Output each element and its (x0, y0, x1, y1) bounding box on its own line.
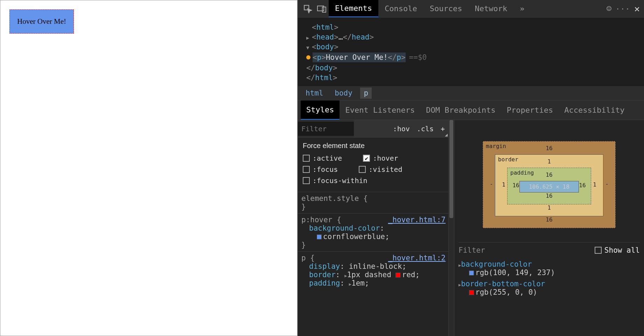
hover-marker-icon (306, 55, 310, 59)
state-focus-within[interactable]: :focus-within (303, 176, 368, 185)
styles-scrollbar[interactable] (448, 120, 454, 336)
box-model-diagram[interactable]: margin 16 - border 1 1 (483, 141, 616, 228)
panel-tab-dom-breakpoints[interactable]: DOM Breakpoints (420, 100, 501, 120)
selected-element-row[interactable]: <p>Hover Over Me!</p> == $0 (287, 52, 644, 63)
styles-filter-bar: :hov .cls + (298, 120, 448, 138)
breadcrumb-p[interactable]: p (360, 88, 372, 99)
devtools-tabstrip: Elements Console Sources Network » (329, 0, 531, 17)
elements-dom-tree[interactable]: <html> ▶<head>…</head> ▼<body> <p>Hover … (298, 18, 644, 86)
breadcrumb-html[interactable]: html (302, 88, 327, 99)
tab-more[interactable]: » (513, 0, 531, 17)
tab-network[interactable]: Network (468, 0, 513, 17)
force-state-title: Force element state (303, 142, 443, 150)
computed-prop-bgcolor[interactable]: ▶ background-color rgb(100, 149, 237) (458, 259, 640, 278)
force-element-state: Force element state :active ✔:hover :foc… (298, 138, 448, 192)
computed-filter-bar: Filter Show all (458, 243, 640, 259)
tab-sources[interactable]: Sources (424, 0, 469, 17)
tab-elements[interactable]: Elements (329, 0, 378, 17)
show-all-checkbox[interactable]: Show all (595, 246, 640, 254)
source-link[interactable]: _hover.html:2 (388, 254, 446, 262)
state-visited[interactable]: :visited (359, 165, 402, 174)
panel-tab-styles[interactable]: Styles (301, 100, 340, 120)
computed-prop-borderbottomcolor[interactable]: ▶ border-bottom-color rgb(255, 0, 0) (458, 278, 640, 298)
new-style-rule-button[interactable]: + (437, 125, 448, 133)
breadcrumb: html body p (298, 86, 644, 100)
color-swatch-icon[interactable] (317, 234, 322, 239)
panel-tab-properties[interactable]: Properties (501, 100, 559, 120)
state-focus[interactable]: :focus (303, 165, 338, 174)
color-swatch-icon[interactable] (396, 273, 400, 278)
devtools-panel: Elements Console Sources Network » ☺ ···… (298, 0, 644, 336)
color-swatch-icon (469, 271, 474, 275)
state-hover[interactable]: ✔:hover (363, 154, 398, 162)
hov-toggle[interactable]: :hov (390, 125, 413, 133)
cls-toggle[interactable]: .cls (413, 125, 437, 133)
tab-console[interactable]: Console (378, 0, 424, 17)
more-actions-icon[interactable] (445, 134, 448, 136)
rule-p[interactable]: _hover.html:2 p { display: inline-block;… (298, 251, 448, 289)
feedback-smile-icon[interactable]: ☺ (602, 2, 616, 16)
styles-tabstrip: Styles Event Listeners DOM Breakpoints P… (298, 100, 644, 120)
breadcrumb-body[interactable]: body (331, 88, 356, 99)
color-swatch-icon (469, 290, 474, 295)
styles-filter-input[interactable] (298, 122, 354, 136)
devtools-toolbar: Elements Console Sources Network » ☺ ···… (298, 0, 644, 18)
panel-tab-event-listeners[interactable]: Event Listeners (340, 100, 420, 120)
hover-paragraph[interactable]: Hover Over Me! (9, 9, 74, 34)
inspect-icon[interactable] (301, 2, 315, 16)
kebab-icon[interactable]: ··· (616, 2, 630, 16)
rule-p-hover[interactable]: _hover.html:7 p:hover { background-color… (298, 213, 448, 251)
source-link[interactable]: _hover.html:7 (388, 216, 446, 224)
panel-tab-accessibility[interactable]: Accessibility (559, 100, 630, 120)
device-toggle-icon[interactable] (315, 2, 329, 16)
computed-pane: margin 16 - border 1 1 (454, 120, 644, 336)
state-active[interactable]: :active (303, 154, 342, 162)
close-icon[interactable]: ✕ (630, 2, 644, 16)
computed-filter-label[interactable]: Filter (458, 246, 595, 254)
styles-pane: :hov .cls + Force element state :active … (298, 120, 448, 336)
rendered-page: Hover Over Me! (0, 0, 298, 336)
rule-element-style[interactable]: element.style { } (298, 192, 448, 213)
